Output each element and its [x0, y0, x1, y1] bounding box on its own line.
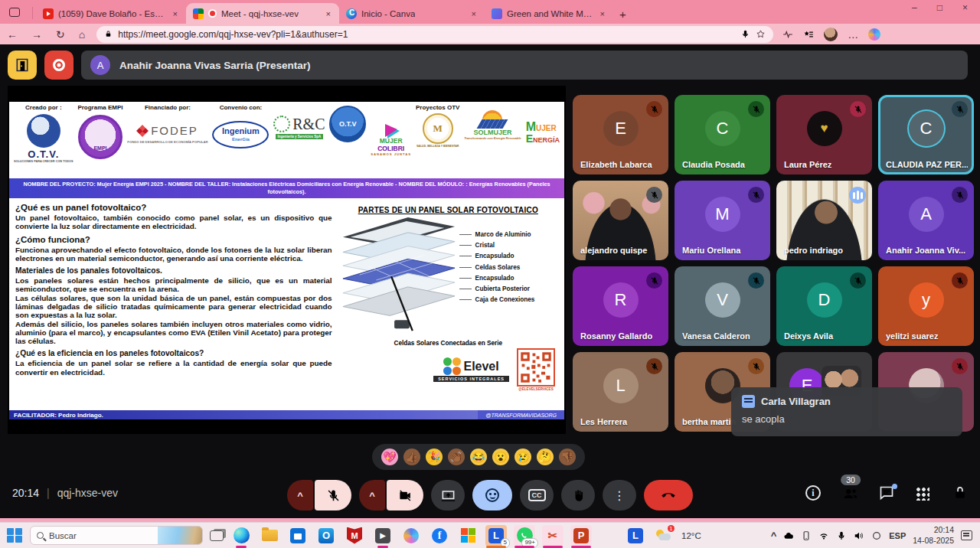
- participant-tile[interactable]: y yelitzi suarez: [878, 266, 974, 346]
- task-view-button[interactable]: [210, 530, 224, 541]
- taskbar-powerpoint[interactable]: P: [570, 525, 592, 546]
- start-button[interactable]: [6, 527, 23, 544]
- taskbar-store[interactable]: [287, 525, 309, 546]
- camera-options-button[interactable]: ^: [359, 480, 385, 510]
- reaction-laugh[interactable]: 😂: [470, 449, 487, 465]
- camera-off-button[interactable]: [387, 480, 423, 510]
- copilot-icon[interactable]: [868, 28, 880, 41]
- captions-button[interactable]: CC: [520, 480, 554, 510]
- back-icon[interactable]: ←: [7, 29, 18, 40]
- participant-tile[interactable]: R Rosanny Gallardo: [573, 266, 668, 346]
- tab-close-icon[interactable]: ×: [599, 9, 606, 18]
- taskbar-whatsapp[interactable]: 99+: [514, 525, 535, 546]
- chat-toast[interactable]: Carla Villagran se acopla: [731, 387, 962, 436]
- ring-icon[interactable]: [871, 530, 882, 541]
- taskbar-snipping[interactable]: ✂: [542, 525, 564, 546]
- participant-tile[interactable]: L Les Herrera: [573, 352, 668, 432]
- tab-canva-design[interactable]: Green and White Modern Solar E ×: [485, 3, 613, 24]
- home-icon[interactable]: ⌂: [79, 29, 85, 40]
- browser-essentials-icon[interactable]: [782, 29, 793, 40]
- taskbar-outlook[interactable]: O: [315, 525, 337, 546]
- reaction-clap[interactable]: 👏🏾: [448, 449, 465, 465]
- participant-tile[interactable]: C Claudia Posada: [675, 95, 770, 175]
- present-button[interactable]: [431, 480, 465, 510]
- new-tab-button[interactable]: +: [619, 8, 626, 21]
- participant-tile[interactable]: D Deixys Avila: [776, 266, 872, 346]
- refresh-icon[interactable]: ↻: [56, 29, 65, 40]
- tray-expand-icon[interactable]: ^: [771, 530, 777, 541]
- taskbar-copilot[interactable]: [400, 525, 422, 546]
- door-button[interactable]: [8, 51, 37, 80]
- taskbar-edge[interactable]: [230, 525, 252, 546]
- taskbar-media-player[interactable]: ▶: [372, 525, 394, 546]
- reactions-button[interactable]: [472, 480, 512, 510]
- mic-options-button[interactable]: ^: [287, 480, 313, 510]
- participant-tile[interactable]: Laura Pérez: [776, 95, 872, 175]
- language-indicator[interactable]: ESP: [889, 531, 906, 540]
- volume-icon[interactable]: [854, 530, 864, 541]
- taskbar-l-app-2[interactable]: L: [625, 525, 646, 546]
- mcafee-icon: M: [347, 527, 362, 544]
- settings-menu-icon[interactable]: …: [848, 28, 858, 41]
- forward-icon[interactable]: →: [31, 29, 42, 40]
- taskbar-l-app[interactable]: L5: [485, 525, 507, 546]
- minimize-button[interactable]: –: [912, 2, 917, 13]
- participant-tile-video[interactable]: pedro indriago: [776, 181, 872, 260]
- favorite-star-icon[interactable]: [756, 29, 766, 39]
- reaction-heart[interactable]: 💖: [381, 449, 398, 465]
- taskbar-search[interactable]: Buscar: [30, 526, 203, 545]
- reaction-party[interactable]: 🎉: [426, 449, 443, 465]
- address-bar[interactable]: https://meet.google.com/qqj-hxse-vev?pli…: [96, 26, 773, 43]
- taskbar-office[interactable]: [457, 525, 479, 546]
- taskbar-facebook[interactable]: f: [429, 525, 450, 546]
- participant-tile-active-speaker[interactable]: C CLAUDIA PAZ PER...: [878, 95, 974, 175]
- tab-youtube[interactable]: (1059) Dave Bolaño - Esta Noche ×: [36, 3, 186, 24]
- reaction-thumbs-down[interactable]: 👎🏾: [559, 449, 576, 465]
- avatar: R: [603, 282, 639, 318]
- lock-icon: [104, 30, 113, 38]
- participant-tile[interactable]: A Anahir Joanna Viv...: [878, 181, 974, 260]
- raise-hand-button[interactable]: [561, 480, 595, 510]
- leave-call-button[interactable]: [644, 480, 693, 510]
- reaction-thinking[interactable]: 🤔: [537, 449, 554, 465]
- profile-avatar[interactable]: [824, 28, 838, 41]
- taskbar-explorer[interactable]: [259, 525, 280, 546]
- presenter-avatar: A: [90, 55, 110, 75]
- participant-tile-video[interactable]: alejandro quispe: [573, 181, 668, 260]
- tab-search-button[interactable]: [0, 0, 29, 24]
- close-window-button[interactable]: ×: [962, 2, 968, 13]
- more-options-button[interactable]: ⋮: [603, 480, 636, 510]
- reaction-thumbs-up[interactable]: 👍🏾: [403, 449, 420, 465]
- mic-tray-icon[interactable]: [836, 530, 847, 541]
- record-button[interactable]: [44, 51, 74, 80]
- mic-mute-button[interactable]: [315, 480, 351, 510]
- collections-icon[interactable]: [803, 29, 814, 40]
- notification-center-icon[interactable]: [961, 530, 972, 540]
- host-controls-button[interactable]: [952, 485, 969, 502]
- meeting-details-button[interactable]: i: [805, 485, 822, 502]
- tab-meet[interactable]: Meet - qqj-hxse-vev ×: [186, 3, 339, 24]
- activities-button[interactable]: [916, 485, 933, 502]
- tab-close-icon[interactable]: ×: [470, 9, 478, 18]
- temperature-label[interactable]: 12°C: [681, 531, 701, 540]
- voice-search-icon[interactable]: [740, 29, 750, 39]
- taskbar-clock[interactable]: 20:14 14-08-2025: [913, 525, 954, 545]
- wifi-icon[interactable]: [818, 530, 829, 541]
- meet-favicon: [193, 8, 204, 19]
- participant-tile[interactable]: V Vanesa Calderon: [675, 266, 770, 346]
- phone-link-icon[interactable]: [801, 530, 812, 541]
- onedrive-icon[interactable]: [783, 530, 794, 541]
- taskbar-mcafee[interactable]: M: [344, 525, 365, 546]
- tab-canva-home[interactable]: Inicio - Canva ×: [339, 3, 485, 24]
- reaction-cry[interactable]: 😢: [514, 449, 531, 465]
- chat-button[interactable]: [879, 485, 896, 502]
- tab-close-icon[interactable]: ×: [172, 9, 179, 18]
- reaction-surprised[interactable]: 😮: [492, 449, 509, 465]
- presentation-banner[interactable]: A Anahir Joanna Vivas Sarria (Presentar): [81, 51, 968, 80]
- taskbar-weather[interactable]: 1: [653, 525, 675, 546]
- people-button[interactable]: 30: [842, 485, 859, 502]
- participant-tile[interactable]: E Elizabeth Labarca: [573, 95, 668, 175]
- maximize-button[interactable]: □: [937, 2, 942, 13]
- participant-tile[interactable]: M Mariu Orellana: [675, 181, 770, 260]
- tab-close-icon[interactable]: ×: [325, 9, 332, 18]
